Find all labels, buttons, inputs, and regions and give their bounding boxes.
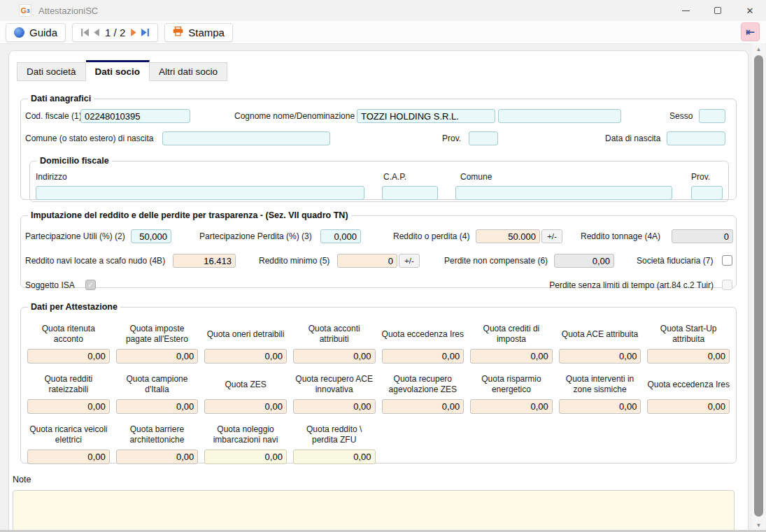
last-page-icon[interactable]	[141, 28, 150, 37]
stampa-button[interactable]: Stampa	[164, 23, 233, 42]
attestazione-field-input[interactable]	[293, 399, 376, 414]
dati-anagrafici-section: Dati anagrafici Cod. fiscale (1) Cognome…	[20, 94, 737, 200]
attestazione-field: Quota campione d'Italia	[116, 372, 199, 414]
reddito-minimo-input[interactable]	[337, 254, 397, 268]
attestazione-field-input[interactable]	[204, 450, 287, 464]
close-icon: ✕	[746, 6, 754, 16]
societa-fiduciaria-checkbox[interactable]	[722, 255, 732, 266]
attestazione-field-label: Quota reddito \ perdita ZFU	[293, 422, 376, 447]
comune-label: Comune	[460, 170, 492, 184]
attestazione-field-label: Quota crediti di imposta	[470, 322, 553, 347]
tab-altri-dati-socio[interactable]: Altri dati socio	[150, 62, 227, 81]
attestazione-field-input[interactable]	[116, 450, 199, 464]
note-textarea[interactable]	[13, 490, 735, 532]
attestazione-field-input[interactable]	[204, 399, 287, 414]
attestazione-field-label: Quota oneri detraibili	[204, 322, 287, 347]
tab-dati-societa[interactable]: Dati società	[17, 62, 86, 81]
next-page-icon[interactable]	[129, 28, 139, 37]
maximize-icon	[714, 7, 721, 14]
reddito-tonnage-label: Reddito tonnage (4A)	[581, 229, 660, 243]
cap-label: C.A.P.	[383, 170, 406, 184]
data-nascita-input[interactable]	[667, 131, 725, 145]
attestazione-field-label: Quota Start-Up attribuita	[647, 322, 730, 347]
attestazione-field-input[interactable]	[27, 450, 110, 464]
attestazione-field-input[interactable]	[293, 349, 376, 364]
perdite-non-compensate-input	[554, 254, 614, 268]
attestazione-field-input[interactable]	[559, 349, 641, 364]
attestazione-field-label: Quota ZES	[204, 372, 287, 397]
reddito-minimo-label: Reddito minimo (5)	[259, 254, 329, 268]
prov-nascita-label: Prov.	[442, 131, 461, 145]
attestazione-field-input[interactable]	[647, 349, 730, 364]
maximize-button[interactable]	[702, 0, 734, 21]
app-logo-icon: G3	[19, 4, 31, 17]
comune-input[interactable]	[455, 186, 672, 200]
attestazione-field: Quota oneri detraibili	[204, 322, 287, 364]
close-button[interactable]: ✕	[734, 0, 766, 21]
indirizzo-input[interactable]	[36, 186, 364, 200]
window-title: AttestazioniSC	[38, 6, 98, 16]
denominazione-2-input[interactable]	[498, 109, 621, 123]
prev-page-icon[interactable]	[92, 28, 101, 37]
minimize-icon	[682, 10, 690, 11]
sesso-label: Sesso	[669, 109, 693, 123]
reddito-navi-input[interactable]	[173, 254, 236, 268]
attestazione-field-input[interactable]	[116, 349, 199, 364]
denominazione-input[interactable]	[357, 109, 495, 123]
reddito-perdita-input[interactable]	[476, 229, 540, 243]
attestazione-field-label: Quota barriere architettoniche	[116, 422, 199, 447]
partecipazione-perdita-input[interactable]	[320, 229, 361, 243]
attestazione-field-label: Quota imposte pagate all'Estero	[116, 322, 199, 347]
attestazione-field-label: Quota ricarica veicoli elettrici	[27, 422, 110, 447]
indirizzo-label: Indirizzo	[36, 170, 67, 184]
attestazione-field: Quota eccedenza Ires	[382, 322, 464, 364]
attestazione-field-input[interactable]	[382, 349, 464, 364]
attestazione-field-label: Quota acconti attribuiti	[293, 322, 376, 347]
attestazione-field-input[interactable]	[647, 399, 730, 414]
attestazione-field-input[interactable]	[204, 349, 287, 364]
sesso-input[interactable]	[699, 109, 725, 123]
partecipazione-perdita-label: Partecipazione Perdita (%) (3)	[199, 229, 312, 243]
printer-icon	[173, 27, 183, 38]
guida-button[interactable]: Guida	[6, 23, 66, 42]
attestazione-field-input[interactable]	[470, 399, 553, 414]
perdite-non-compensate-label: Perdite non compensate (6)	[444, 254, 548, 268]
partecipazione-utili-input[interactable]	[131, 229, 171, 243]
comune-nascita-input[interactable]	[162, 131, 330, 145]
prov-nascita-input[interactable]	[469, 131, 498, 145]
attestazione-field-label: Quota interventi in zone sismiche	[559, 372, 641, 397]
attestazione-field-label: Quota risparmio energetico	[470, 372, 553, 397]
attestazione-field-label: Quota eccedenza Ires	[382, 322, 464, 347]
reddito-perdita-sign-button[interactable]: +/-	[541, 229, 562, 243]
attestazione-field: Quota interventi in zone sismiche	[559, 372, 641, 414]
attestazione-field-input[interactable]	[382, 399, 464, 414]
cod-fiscale-label: Cod. fiscale (1)	[25, 109, 82, 123]
tab-dati-socio[interactable]: Dati socio	[86, 60, 150, 81]
vertical-scrollbar[interactable]: ▲ ▼	[752, 43, 765, 532]
attestazione-field: Quota eccedenza Ires	[647, 372, 730, 414]
cap-input[interactable]	[382, 186, 438, 200]
scroll-up-icon[interactable]: ▲	[752, 44, 765, 55]
scroll-down-icon[interactable]: ▼	[752, 520, 765, 531]
cod-fiscale-input[interactable]	[80, 109, 190, 123]
attestazione-section: Dati per Attestazione Quota ritenuta acc…	[20, 302, 737, 463]
perdite-senza-limiti-label: Perdite senza limiti di tempo (art.84 c.…	[549, 278, 714, 292]
attestazione-field: Quota reddito \ perdita ZFU	[293, 422, 376, 464]
attestazione-field-input[interactable]	[116, 399, 199, 414]
first-page-icon[interactable]	[80, 28, 90, 37]
domicilio-fiscale-legend: Domicilio fiscale	[37, 156, 112, 166]
attestazione-field-input[interactable]	[559, 399, 641, 414]
reddito-minimo-sign-button[interactable]: +/-	[399, 254, 420, 268]
attestazione-field-input[interactable]	[470, 349, 553, 364]
prov-input[interactable]	[691, 186, 723, 200]
record-navigator: 1 / 2	[72, 23, 158, 42]
attestazione-field-input[interactable]	[27, 349, 110, 364]
domicilio-fiscale-section: Domicilio fiscale Indirizzo C.A.P. Comun…	[29, 156, 729, 202]
minimize-button[interactable]	[669, 0, 702, 21]
scrollbar-thumb[interactable]	[754, 55, 763, 517]
attestazione-field-input[interactable]	[27, 399, 110, 414]
attestazione-field-input[interactable]	[293, 450, 376, 464]
collapse-panel-button[interactable]: ⇤	[741, 22, 760, 41]
toolbar: Guida 1 / 2 Stampa ⇤	[0, 21, 766, 44]
attestazione-field: Quota recupero ACE innovativa	[293, 372, 376, 414]
